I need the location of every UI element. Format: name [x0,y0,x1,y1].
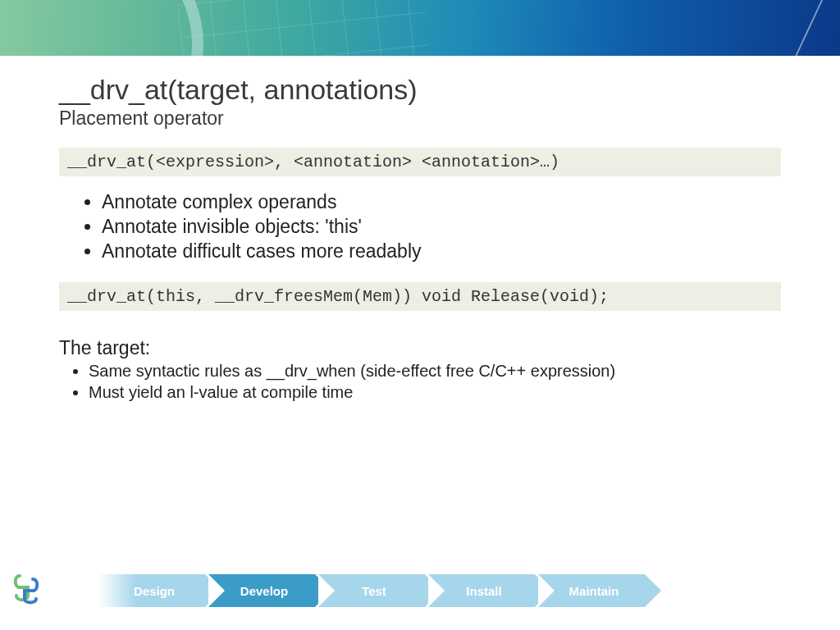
feature-bullets: Annotate complex operands Annotate invis… [59,191,781,262]
bullet-item: Same syntactic rules as __drv_when (side… [89,362,781,381]
slide-footer: Design Develop Test Install Maintain [0,566,840,612]
step-design: Design [98,574,205,607]
section-label: The target: [59,337,781,359]
bullet-item: Annotate difficult cases more readably [102,240,781,262]
slide-content: __drv_at(target, annotations) Placement … [0,56,840,402]
decorative-banner [0,0,840,56]
logo-icon [11,571,44,610]
target-bullets: Same syntactic rules as __drv_when (side… [59,362,781,402]
step-maintain: Maintain [538,574,645,607]
step-test: Test [318,574,425,607]
code-syntax: __drv_at(<expression>, <annotation> <ann… [59,148,781,176]
process-arrows: Design Develop Test Install Maintain [98,574,645,607]
code-example: __drv_at(this, __drv_freesMem(Mem)) void… [59,282,781,311]
step-install: Install [428,574,535,607]
slide-subtitle: Placement operator [59,107,781,130]
bullet-item: Annotate invisible objects: 'this' [102,216,781,238]
bullet-item: Must yield an l-value at compile time [89,383,781,402]
slide-title: __drv_at(target, annotations) [59,74,781,106]
bullet-item: Annotate complex operands [102,191,781,213]
step-develop: Develop [208,574,315,607]
